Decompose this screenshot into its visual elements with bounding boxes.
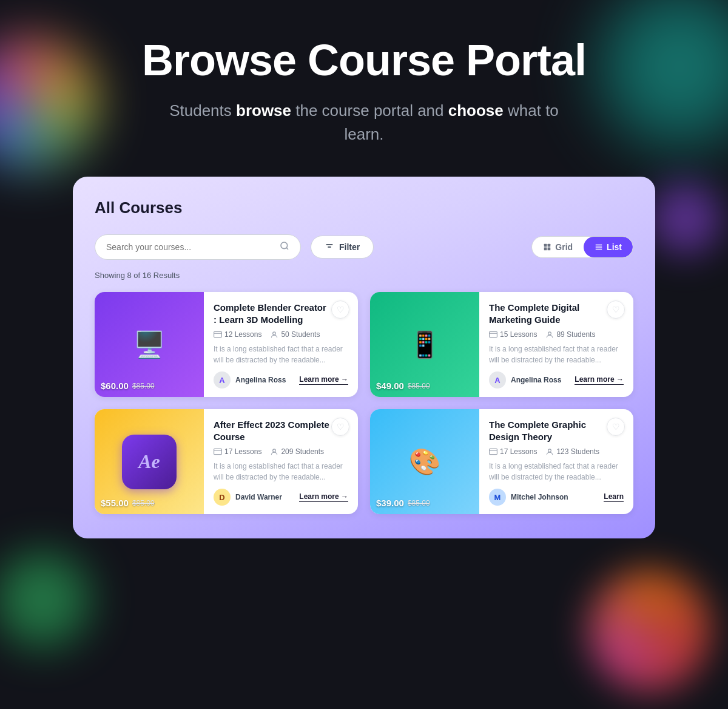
- svg-point-14: [273, 332, 276, 335]
- list-icon: [595, 243, 603, 251]
- course-thumb-2: 📱 $49.00 $85.00: [370, 292, 479, 397]
- svg-point-17: [548, 332, 551, 335]
- avatar-4: M: [489, 489, 506, 506]
- course-body-1: ♡ Complete Blender Creator : Learn 3D Mo…: [204, 292, 358, 397]
- bg-blob-bottomright: [588, 569, 710, 691]
- course-title-3: After Effect 2023 Complete Course: [214, 419, 331, 443]
- lessons-meta-2: 15 Lessons: [489, 330, 537, 339]
- avatar-2: A: [489, 371, 506, 388]
- subtitle-start: Students: [169, 101, 236, 120]
- grid-label: Grid: [555, 242, 573, 252]
- course-desc-2: It is a long established fact that a rea…: [489, 344, 624, 365]
- course-icon-2: 📱: [397, 317, 452, 372]
- section-title: All Courses: [95, 198, 633, 217]
- price-main-2: $49.00: [376, 381, 404, 391]
- view-toggle: Grid List: [531, 236, 633, 258]
- course-title-2: The Complete Digital Marketing Guide: [489, 302, 607, 325]
- svg-rect-15: [490, 332, 497, 338]
- svg-point-20: [273, 449, 276, 452]
- filter-label: Filter: [339, 242, 360, 252]
- courses-grid: 🖥️ $60.00 $85.00 ♡ Complete Blender Crea…: [95, 292, 633, 514]
- course-body-2: ♡ The Complete Digital Marketing Guide 1…: [479, 292, 633, 397]
- page-title: Browse Course Portal: [142, 36, 586, 84]
- course-title-1: Complete Blender Creator : Learn 3D Mode…: [214, 302, 331, 325]
- svg-line-1: [286, 248, 288, 249]
- favorite-button-2[interactable]: ♡: [607, 300, 625, 319]
- students-meta-2: 89 Students: [545, 330, 595, 339]
- avatar-1: A: [214, 371, 231, 388]
- subtitle-mid: the course portal and: [291, 101, 448, 120]
- course-desc-4: It is a long established fact that a rea…: [489, 461, 624, 483]
- portal-card: All Courses Filter: [73, 177, 655, 538]
- instructor-name-4: Mitchel Johnson: [511, 493, 568, 501]
- lessons-icon-3: [214, 448, 222, 455]
- svg-rect-5: [544, 244, 547, 247]
- list-view-button[interactable]: List: [584, 237, 633, 257]
- grid-icon: [543, 243, 551, 251]
- filter-icon: [325, 242, 334, 252]
- lessons-meta-4: 17 Lessons: [489, 447, 537, 456]
- course-desc-1: It is a long established fact that a rea…: [214, 344, 348, 365]
- price-main-4: $39.00: [376, 498, 404, 508]
- course-meta-1: 12 Lessons 50 Students: [214, 330, 348, 339]
- search-box: [95, 234, 301, 260]
- lessons-meta-3: 17 Lessons: [214, 447, 261, 456]
- toolbar-row: Filter Grid List: [95, 234, 633, 260]
- course-footer-3: D David Warner Learn more →: [214, 489, 348, 506]
- favorite-button-4[interactable]: ♡: [607, 418, 625, 436]
- favorite-button-3[interactable]: ♡: [331, 418, 349, 436]
- course-footer-1: A Angelina Ross Learn more →: [214, 371, 348, 388]
- course-icon-4: 🎨: [397, 435, 452, 489]
- learn-more-2[interactable]: Learn more →: [575, 375, 624, 385]
- price-old-1: $85.00: [132, 382, 155, 390]
- instructor-2: A Angelina Ross: [489, 371, 561, 388]
- lessons-meta-1: 12 Lessons: [214, 330, 261, 339]
- students-meta-3: 209 Students: [270, 447, 324, 456]
- course-body-4: ♡ The Complete Graphic Design Theory 17 …: [479, 409, 633, 514]
- price-badge-1: $60.00 $85.00: [101, 381, 155, 391]
- instructor-1: A Angelina Ross: [214, 371, 286, 388]
- course-desc-3: It is a long established fact that a rea…: [214, 461, 348, 483]
- results-count: Showing 8 of 16 Results: [95, 271, 633, 280]
- grid-view-button[interactable]: Grid: [532, 237, 584, 257]
- learn-more-3[interactable]: Learn more →: [299, 492, 348, 502]
- price-old-2: $85.00: [408, 382, 430, 390]
- course-card-3: Ae $55.00 $85.00 ♡ After Effect 2023 Com…: [95, 409, 358, 514]
- students-meta-1: 50 Students: [270, 330, 320, 339]
- course-footer-2: A Angelina Ross Learn more →: [489, 371, 624, 388]
- students-icon-2: [545, 331, 554, 338]
- course-thumb-3: Ae $55.00 $85.00: [95, 409, 204, 514]
- lessons-icon-1: [214, 331, 222, 338]
- learn-more-1[interactable]: Learn more →: [299, 375, 348, 385]
- course-footer-4: M Mitchel Johnson Learn: [489, 489, 624, 506]
- favorite-button-1[interactable]: ♡: [331, 300, 349, 319]
- course-icon-3: Ae: [122, 435, 177, 489]
- instructor-name-3: David Warner: [235, 493, 282, 501]
- search-input[interactable]: [106, 242, 275, 252]
- price-old-3: $85.00: [132, 499, 155, 507]
- svg-point-0: [281, 242, 288, 249]
- learn-more-4[interactable]: Learn: [604, 492, 624, 502]
- instructor-name-2: Angelina Ross: [511, 376, 561, 384]
- svg-rect-18: [214, 449, 222, 455]
- students-meta-4: 123 Students: [545, 447, 599, 456]
- price-main-3: $55.00: [101, 498, 129, 508]
- course-meta-4: 17 Lessons 123 Students: [489, 447, 624, 456]
- course-body-3: ♡ After Effect 2023 Complete Course 17 L…: [204, 409, 358, 514]
- svg-rect-21: [490, 449, 497, 455]
- svg-rect-6: [548, 244, 551, 247]
- course-meta-2: 15 Lessons 89 Students: [489, 330, 624, 339]
- students-icon-1: [270, 331, 278, 338]
- price-badge-2: $49.00 $85.00: [376, 381, 430, 391]
- instructor-name-1: Angelina Ross: [235, 376, 286, 384]
- course-thumb-1: 🖥️ $60.00 $85.00: [95, 292, 204, 397]
- svg-rect-7: [544, 248, 547, 251]
- students-icon-4: [545, 448, 554, 455]
- course-title-4: The Complete Graphic Design Theory: [489, 419, 607, 443]
- price-badge-3: $55.00 $85.00: [101, 498, 155, 508]
- svg-rect-12: [214, 332, 222, 338]
- avatar-3: D: [214, 489, 231, 506]
- course-card-2: 📱 $49.00 $85.00 ♡ The Complete Digital M…: [370, 292, 633, 397]
- filter-button[interactable]: Filter: [311, 236, 374, 259]
- lessons-icon-4: [489, 448, 497, 455]
